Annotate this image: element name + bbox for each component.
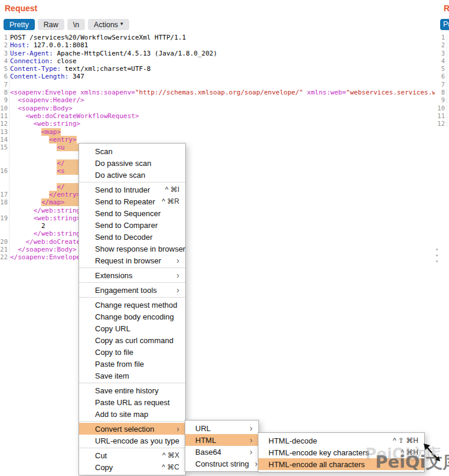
menu-item-url[interactable]: URL› bbox=[185, 422, 258, 434]
menu-item-base64[interactable]: Base64› bbox=[185, 446, 258, 458]
menu-item-do-active-scan[interactable]: Do active scan bbox=[79, 169, 185, 181]
menu-item-cut[interactable]: Cut^ ⌘X bbox=[79, 449, 185, 461]
line-number: 2 bbox=[435, 41, 445, 49]
menu-item-label: Change body encoding bbox=[95, 312, 179, 321]
line-content bbox=[10, 175, 65, 182]
code-line-12: 12 <web:string> bbox=[0, 120, 435, 128]
line-number: 5 bbox=[435, 65, 445, 73]
right-panel-pretty-tab[interactable]: Pretty bbox=[440, 19, 449, 30]
code-line-2: 2Host: 127.0.0.1:8081 bbox=[0, 41, 435, 49]
line-content: Content-Type: text/xml;charset=UTF-8 bbox=[10, 65, 150, 73]
line-content: <web:string> bbox=[10, 214, 80, 222]
menu-item-html[interactable]: HTML› bbox=[185, 434, 258, 446]
panel-divider-handle[interactable] bbox=[435, 249, 438, 266]
code-line-11: 11 <web:doCreateWorkflowRequest> bbox=[0, 112, 435, 120]
menu-item-paste-from-file[interactable]: Paste from file bbox=[79, 358, 185, 370]
menu-item-send-to-repeater[interactable]: Send to Repeater^ ⌘R bbox=[79, 195, 185, 207]
menu-item-show-response-in-browser[interactable]: Show response in browser bbox=[79, 243, 185, 255]
menu-separator bbox=[79, 268, 185, 268]
line-content: </entry> bbox=[10, 191, 88, 198]
menu-item-engagement-tools[interactable]: Engagement tools› bbox=[79, 284, 185, 296]
code-line-5: 5Content-Type: text/xml;charset=UTF-8 bbox=[0, 65, 435, 73]
menu-item-label: Do active scan bbox=[95, 171, 179, 180]
tab-pretty[interactable]: Pretty bbox=[4, 19, 35, 30]
code-line-17: 17 </entry> bbox=[0, 191, 435, 198]
tab-raw[interactable]: Raw bbox=[38, 19, 64, 30]
menu-item-label: Send to Comparer bbox=[95, 221, 179, 230]
code-line: </ bbox=[0, 159, 435, 167]
menu-item-save-entire-history[interactable]: Save entire history bbox=[79, 384, 185, 396]
menu-item-copy-as-curl-command[interactable]: Copy as curl command bbox=[79, 334, 185, 346]
line-number: 10 bbox=[0, 105, 8, 112]
menu-item-label: Engagement tools bbox=[95, 286, 171, 295]
line-number: 6 bbox=[435, 73, 445, 80]
menu-item-add-to-site-map[interactable]: Add to site map bbox=[79, 408, 185, 420]
menu-item-label: Send to Repeater bbox=[95, 197, 156, 206]
submenu-arrow-icon: › bbox=[250, 448, 253, 456]
menu-separator bbox=[79, 421, 185, 422]
menu-item-paste-url-as-request[interactable]: Paste URL as request bbox=[79, 396, 185, 408]
menu-item-send-to-comparer[interactable]: Send to Comparer bbox=[79, 219, 185, 231]
line-number: 12 bbox=[435, 120, 445, 128]
line-content: 2 bbox=[10, 222, 45, 230]
menu-item-label: Paste from file bbox=[95, 360, 179, 369]
submenu-arrow-icon: › bbox=[176, 256, 179, 265]
tab-label: Actions bbox=[94, 21, 118, 29]
menu-item-save-item[interactable]: Save item bbox=[79, 370, 185, 382]
menu-item-send-to-sequencer[interactable]: Send to Sequencer bbox=[79, 207, 185, 219]
tab-newline[interactable]: \n bbox=[67, 19, 85, 30]
menu-item-copy[interactable]: Copy^ ⌘C bbox=[79, 461, 185, 473]
menu-item-label: Paste URL as request bbox=[95, 398, 179, 407]
menu-item-construct-string[interactable]: Construct string› bbox=[185, 458, 258, 470]
menu-item-change-body-encoding[interactable]: Change body encoding bbox=[79, 311, 185, 322]
request-editor[interactable]: 1POST /services%20/WorkflowServiceXml HT… bbox=[0, 34, 435, 262]
line-number: 8 bbox=[0, 89, 8, 96]
menu-item-convert-selection[interactable]: Convert selection› bbox=[79, 423, 185, 435]
menu-item-scan[interactable]: Scan bbox=[79, 145, 185, 157]
line-content: User-Agent: Apache-HttpClient/4.5.13 (Ja… bbox=[10, 50, 217, 57]
line-content: <soapenv:Body> bbox=[10, 105, 73, 112]
menu-item-extensions[interactable]: Extensions› bbox=[79, 269, 185, 281]
line-number: 2 bbox=[0, 41, 8, 49]
line-content: <entry> bbox=[10, 136, 77, 144]
code-line-10: 10 <soapenv:Body> bbox=[0, 105, 435, 112]
line-number: 3 bbox=[435, 50, 445, 57]
line-number: 8 bbox=[435, 89, 445, 96]
shortcut-label: ^ ⇧ ⌘H bbox=[393, 436, 418, 445]
menu-item-label: Save item bbox=[95, 371, 179, 380]
menu-item-do-passive-scan[interactable]: Do passive scan bbox=[79, 157, 185, 169]
menu-item-label: Change request method bbox=[95, 301, 179, 309]
line-content: Content-Length: 347 bbox=[10, 73, 84, 80]
code-line-16: 16 <s bbox=[0, 167, 435, 175]
menu-item-url-encode-as-you-type[interactable]: URL-encode as you type bbox=[79, 435, 185, 446]
submenu-arrow-icon: › bbox=[250, 424, 253, 432]
menu-item-change-request-method[interactable]: Change request method bbox=[79, 299, 185, 311]
menu-item-label: Send to Sequencer bbox=[95, 209, 179, 218]
line-number: 22 bbox=[0, 253, 8, 261]
submenu-arrow-icon: › bbox=[250, 436, 253, 444]
line-content: </soapenv:Body> bbox=[10, 246, 77, 253]
resize-arrow-icon bbox=[433, 454, 441, 462]
code-line bbox=[0, 175, 435, 182]
tab-label: \n bbox=[73, 21, 79, 29]
line-number: 16 bbox=[0, 167, 8, 175]
line-content: </web:string> bbox=[10, 207, 84, 214]
code-line: </web:string> bbox=[0, 230, 435, 237]
code-line-1: 1POST /services%20/WorkflowServiceXml HT… bbox=[0, 34, 435, 41]
code-line: </ bbox=[0, 183, 435, 191]
tab-actions[interactable]: Actions▾ bbox=[88, 19, 129, 30]
menu-item-label: Save entire history bbox=[95, 386, 179, 395]
line-content: <soapenv:Header/> bbox=[10, 96, 84, 104]
line-number: 4 bbox=[0, 57, 8, 65]
menu-item-copy-to-file[interactable]: Copy to file bbox=[79, 346, 185, 358]
line-number: 15 bbox=[0, 144, 8, 151]
menu-item-request-in-browser[interactable]: Request in browser› bbox=[79, 255, 185, 266]
line-number: 3 bbox=[0, 50, 8, 57]
menu-item-copy-url[interactable]: Copy URL bbox=[79, 322, 185, 334]
tab-label: Pretty bbox=[9, 21, 29, 29]
line-content: <s bbox=[10, 167, 88, 175]
line-number: 17 bbox=[0, 191, 8, 198]
menu-item-send-to-intruder[interactable]: Send to Intruder^ ⌘I bbox=[79, 184, 185, 195]
menu-item-send-to-decoder[interactable]: Send to Decoder bbox=[79, 231, 185, 243]
line-number: 19 bbox=[0, 214, 8, 222]
